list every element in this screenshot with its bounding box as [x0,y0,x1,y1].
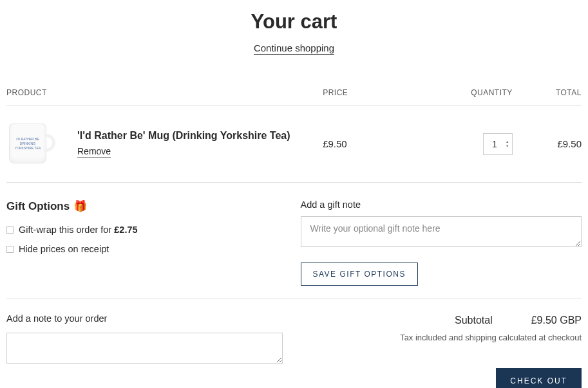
product-imprint-line: YORKSHIRE TEA [15,146,41,151]
gift-icon: 🎁 [73,199,87,213]
product-name[interactable]: 'I'd Rather Be' Mug (Drinking Yorkshire … [77,130,290,142]
gift-wrap-label: Gift-wrap this order for £2.75 [19,225,138,235]
tax-shipping-note: Tax included and shipping calculated at … [296,333,582,342]
subtotal-label: Subtotal [455,315,493,326]
gift-options-heading: Gift Options 🎁 [6,199,288,213]
hide-prices-label: Hide prices on receipt [19,244,109,254]
gift-note-label: Add a gift note [301,199,582,210]
gift-options-heading-text: Gift Options [6,200,70,213]
product-image[interactable]: I'D RATHER BE DRINKING YORKSHIRE TEA [6,120,58,168]
gift-wrap-prefix: Gift-wrap this order for [19,225,114,235]
table-row: I'D RATHER BE DRINKING YORKSHIRE TEA 'I'… [6,106,582,183]
product-imprint-line: I'D RATHER BE [16,137,39,142]
subtotal-value: £9.50 GBP [531,315,582,326]
gift-wrap-price: £2.75 [114,225,137,235]
hide-prices-option[interactable]: Hide prices on receipt [6,244,288,254]
order-note-label: Add a note to your order [6,313,283,324]
gift-wrap-option[interactable]: Gift-wrap this order for £2.75 [6,225,288,235]
col-header-quantity: QUANTITY [409,80,513,106]
cart-table: PRODUCT PRICE QUANTITY TOTAL I'D RATHER … [6,80,582,183]
item-total: £9.50 [513,106,582,183]
remove-link[interactable]: Remove [77,146,111,158]
item-price: £9.50 [323,106,409,183]
quantity-stepper[interactable]: 1 ▲ ▼ [483,133,513,155]
product-imprint-line: DRINKING [20,142,35,146]
col-header-product: PRODUCT [6,80,323,106]
quantity-value: 1 [484,139,506,149]
continue-shopping-link[interactable]: Continue shopping [254,42,334,55]
gift-options-section: Gift Options 🎁 Gift-wrap this order for … [6,183,582,299]
gift-note-textarea[interactable] [301,216,582,247]
chevron-up-icon[interactable]: ▲ [506,140,509,143]
col-header-price: PRICE [323,80,409,106]
col-header-total: TOTAL [513,80,582,106]
save-gift-options-button[interactable]: SAVE GIFT OPTIONS [301,263,418,286]
page-title: Your cart [6,10,582,33]
hide-prices-checkbox[interactable] [6,246,14,253]
gift-wrap-checkbox[interactable] [6,226,14,234]
order-note-textarea[interactable] [6,333,283,364]
chevron-down-icon[interactable]: ▼ [506,144,509,148]
checkout-button[interactable]: CHECK OUT [496,368,582,388]
